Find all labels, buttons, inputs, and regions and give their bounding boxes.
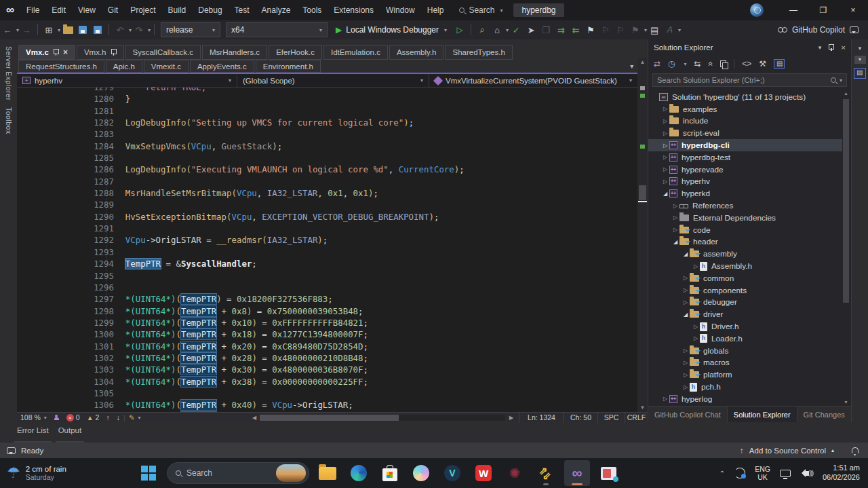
tree-item-assembly[interactable]: ◢assembly [648,248,842,260]
taskbar-store-icon[interactable] [377,460,403,486]
collapsed-panel-button[interactable]: ▾ [854,56,866,64]
menu-edit[interactable]: Edit [45,0,72,20]
chevron-down-icon[interactable]: ▾ [58,27,60,33]
code-line[interactable]: 1283 [17,128,637,140]
language-indicator[interactable]: ENG UK [755,465,770,481]
cursor-select-icon[interactable]: ➤ [524,22,538,37]
tree-item-hyperevade[interactable]: ▷++hyperevade [648,164,842,176]
menu-help[interactable]: Help [421,0,450,20]
code-line[interactable]: 1303 *(UINT64*)(TempPTR + 0x30) = 0x4800… [17,364,637,375]
code-line[interactable]: 1296 [17,282,637,293]
bookmark-add-icon[interactable]: ⚑ [584,22,597,37]
expand-arrow-icon[interactable]: ▷ [671,227,679,233]
scroll-up-icon[interactable]: ▲ [842,91,850,96]
indentation-indicator[interactable]: SPC [597,413,625,423]
code-line[interactable]: 1301 *(UINT64*)(TempPTR + 0x20) = 0xC889… [17,341,637,352]
collapse-arrow-icon[interactable]: ◢ [671,239,679,245]
github-copilot-button[interactable]: GitHub Copilot [778,25,859,35]
copy-icon[interactable]: ❐ [539,22,553,37]
line-indicator[interactable]: Ln: 1324 [519,413,564,423]
back-icon[interactable]: ← [1,22,14,37]
scrollbar-thumb[interactable] [260,415,399,421]
expand-arrow-icon[interactable]: ▷ [692,324,700,330]
code-line[interactable]: 1285 [17,152,637,164]
collapse-arrow-icon[interactable]: ◢ [682,251,690,257]
scroll-right-icon[interactable]: ▶ [509,415,513,421]
expand-arrow-icon[interactable]: ▷ [692,335,700,341]
weather-widget[interactable]: ☂ 2 cm of rain Saturday [7,464,136,482]
close-icon[interactable]: × [841,43,846,52]
expand-arrow-icon[interactable]: ▷ [692,263,700,269]
menu-extensions[interactable]: Extensions [328,0,380,20]
tree-item-driver[interactable]: ◢driver [648,308,842,320]
code-view-icon[interactable]: <> [742,59,751,69]
tree-item-globals[interactable]: ▷globals [648,345,842,357]
menu-debug[interactable]: Debug [192,0,228,20]
editor-tab-applyevents.c[interactable]: ApplyEvents.c [190,60,254,73]
code-line[interactable]: 1294 TempPTR = &SyscallHandler; [17,258,637,269]
code-line[interactable]: 1302 *(UINT64*)(TempPTR + 0x28) = 0x4800… [17,352,637,364]
indent-out-icon[interactable]: ⇇ [569,22,583,37]
expand-arrow-icon[interactable]: ▷ [661,179,669,185]
preview-selected-items-icon[interactable] [774,59,785,69]
taskbar-edge-icon[interactable] [346,460,372,486]
panel-tab-github-copilot-chat[interactable]: GitHub Copilot Chat [648,407,728,422]
code-line[interactable]: 1284 VmxSetupVmcs(VCpu, GuestStack); [17,140,637,152]
editor-tab-msrhandlers.c[interactable]: MsrHandlers.c [202,45,267,60]
menu-build[interactable]: Build [162,0,193,20]
code-line[interactable]: 1288 MsrHandleSetMsrBitmap(VCpu, IA32_LS… [17,187,637,199]
error-count[interactable]: × 0 [66,413,80,421]
warning-count[interactable]: ▲ 2 [87,413,100,421]
scroll-up-icon[interactable]: ▲ [637,59,648,65]
solution-explorer-search-input[interactable]: Search Solution Explorer (Ctrl+;) ▾ [652,73,847,87]
code-line[interactable]: 1282 LogDebugInfo("Setting up VMCS for c… [17,117,637,128]
panel-tab-solution-explorer[interactable]: Solution Explorer [728,407,797,422]
account-icon[interactable] [750,3,764,17]
editor-vertical-scrollbar[interactable]: ▲ ▼ [637,58,648,412]
taskbar-wps-icon[interactable]: W [471,460,496,486]
tree-item-examples[interactable]: ▷examples [648,103,842,115]
panel-tab-git-changes[interactable]: Git Changes [797,407,852,422]
expand-arrow-icon[interactable]: ▷ [661,396,669,402]
menu-tools[interactable]: Tools [296,0,328,20]
tree-item-include[interactable]: ▷include [648,115,842,128]
chevron-down-icon[interactable]: ▾ [148,27,151,33]
properties-window-icon[interactable] [854,68,866,79]
code-line[interactable]: 1293 [17,246,637,258]
taskbar-file-explorer-icon[interactable] [315,460,340,486]
expand-arrow-icon[interactable]: ▷ [661,118,669,124]
accessibility-icon[interactable] [54,415,60,421]
error-list-tab[interactable]: Error List [17,422,49,443]
expand-arrow-icon[interactable]: ▷ [661,166,669,172]
expand-arrow-icon[interactable]: ▷ [661,130,669,136]
tree-item-references[interactable]: ▷References [648,200,842,212]
sync-icon[interactable] [734,468,745,478]
code-line[interactable]: 1305 [17,388,637,399]
expand-arrow-icon[interactable]: ▷ [682,372,690,378]
solution-explorer-scrollbar[interactable]: ▲ ▼ [842,91,850,405]
taskbar-spider-icon[interactable]: ✺ [502,460,528,486]
tree-item-debugger[interactable]: ▷debugger [648,297,842,309]
menu-window[interactable]: Window [380,0,421,20]
scroll-down-icon[interactable]: ▼ [637,405,648,411]
expand-arrow-icon[interactable]: ▷ [682,384,690,390]
expand-arrow-icon[interactable]: ▷ [671,203,679,209]
line-ending-indicator[interactable]: CRLF [625,413,648,423]
member-dropdown[interactable]: VmxVirtualizeCurrentSystem(PVOID GuestSt… [429,74,637,87]
code-line[interactable]: 1290 HvSetExceptionBitmap(VCpu, EXCEPTIO… [17,211,637,223]
project-dropdown[interactable]: + hyperhv ▾ [17,74,237,87]
add-to-source-control-button[interactable]: Add to Source Control [749,447,826,455]
expand-arrow-icon[interactable]: ▷ [682,275,690,281]
comment-icon[interactable]: ▤ [648,22,661,37]
pin-icon[interactable] [53,49,59,56]
taskbar-ida-icon[interactable]: ⇗⇙ [533,460,559,486]
tree-item-hyperdbg-cli[interactable]: ▷++hyperdbg-cli [648,139,842,151]
tree-item-macros[interactable]: ▷macros [648,357,842,369]
scroll-down-icon[interactable]: ▼ [842,400,850,405]
taskbar-start-icon[interactable] [136,460,161,486]
document-list-icon[interactable]: ▾ [630,62,633,72]
code-line[interactable]: 1279 return TRUE; [17,88,637,93]
code-line[interactable]: 1281 [17,105,637,117]
scroll-left-icon[interactable]: ◀ [252,415,256,421]
zoom-control[interactable]: 108 % ▾ [20,413,47,421]
